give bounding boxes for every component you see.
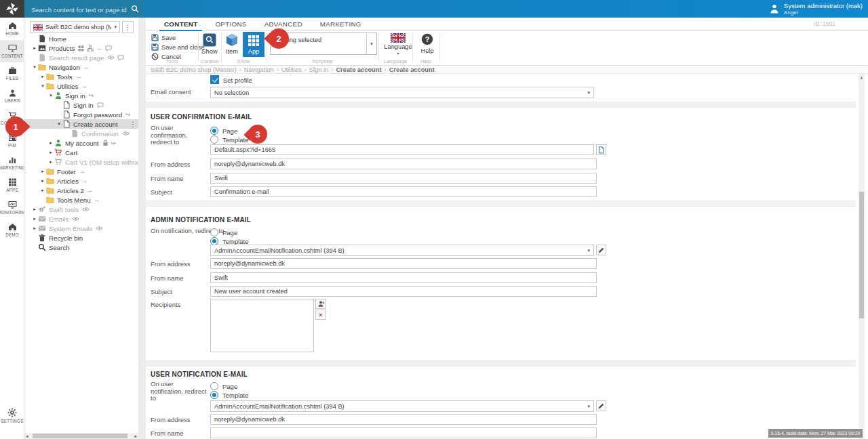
tree-item-cart-v1-old-setup-without-shipmondo[interactable]: ▸Cart V1 (Old setup without Shipmondo)×	[24, 157, 138, 167]
expand-closed-icon[interactable]: ▸	[47, 140, 54, 146]
tree-item-confirmation[interactable]: Confirmation	[24, 129, 138, 138]
tree-item-tools[interactable]: ▸Tools↔	[24, 72, 138, 81]
an-radio-page[interactable]	[210, 228, 218, 236]
expand-closed-icon[interactable]: ▸	[31, 45, 38, 51]
tree-item-cart[interactable]: ▸Cart	[24, 148, 138, 157]
sidebar-item-content[interactable]: CONTENT	[0, 40, 24, 62]
tree-item-search[interactable]: Search	[24, 243, 138, 252]
search-input[interactable]	[30, 3, 134, 16]
uc-page-picker-button[interactable]	[596, 144, 606, 155]
site-selector[interactable]: Swift B2C demo shop (Master) ▾	[30, 21, 120, 33]
an-from-name-input[interactable]	[210, 272, 597, 283]
sidebar-item-files[interactable]: FILES	[0, 62, 24, 85]
uc-radio-page[interactable]	[210, 127, 218, 135]
tree-item-create-account[interactable]: ▾Create account⋮	[24, 119, 138, 129]
un-from-address-input[interactable]	[210, 414, 597, 425]
sidebar-item-home[interactable]: HOME	[0, 18, 24, 40]
tab-advanced[interactable]: ADVANCED	[256, 18, 311, 31]
user-menu[interactable]: System administrator (mak) Angel	[769, 2, 863, 16]
tree-item-sign-in[interactable]: Sign in	[24, 100, 138, 110]
tree-item-footer[interactable]: ▸Footer↔	[24, 167, 138, 176]
expand-closed-icon[interactable]: ▸	[31, 216, 38, 222]
an-add-recipient-button[interactable]	[315, 299, 326, 309]
tab-options[interactable]: OPTIONS	[206, 18, 255, 31]
sidebar-item-demo[interactable]: DEMO	[0, 219, 24, 241]
sidebar-item-monitoring[interactable]: MONITORING	[0, 196, 24, 219]
tree-item-articles[interactable]: ▸Articles↔	[24, 176, 138, 186]
tree-item-recycle-bin[interactable]: Recycle bin	[24, 233, 138, 243]
un-radio-page[interactable]	[210, 382, 218, 390]
tree-item-tools-menu[interactable]: Tools Menu↔	[24, 195, 138, 205]
tree-item-sign-in[interactable]: ▾Sign in↪	[24, 91, 138, 100]
chevron-down-icon[interactable]: ▾	[366, 33, 376, 54]
sidebar-item-settings[interactable]: SETTINGS	[0, 404, 24, 427]
expand-open-icon[interactable]: ▾	[47, 93, 54, 98]
un-template-edit-button[interactable]	[596, 400, 606, 411]
tree-item-system-emails[interactable]: ▸System Emails	[24, 224, 138, 233]
sidebar-item-users[interactable]: USERS	[0, 85, 24, 107]
tree-item-navigation[interactable]: ▾Navigation↔	[24, 62, 138, 72]
breadcrumb-segment[interactable]: Utilities	[281, 66, 302, 73]
tree-item-my-account[interactable]: ▸My account↪	[24, 138, 138, 148]
an-recipients-listbox[interactable]	[210, 299, 314, 352]
an-template-select[interactable]: AdminAccountEmailNotification.cshtml (39…	[210, 245, 594, 256]
expand-closed-icon[interactable]: ▸	[31, 226, 38, 231]
scrollbar-thumb[interactable]	[33, 434, 127, 438]
save-button[interactable]: Save	[151, 34, 205, 41]
scroll-right-icon[interactable]: ▸	[134, 433, 137, 439]
expand-open-icon[interactable]: ▾	[31, 64, 38, 70]
breadcrumb-segment[interactable]: Swift B2C demo shop (Master)	[151, 66, 237, 73]
uc-page-input[interactable]	[210, 144, 594, 155]
tree-item-search-result-page[interactable]: Search result page	[24, 53, 138, 62]
expand-open-icon[interactable]: ▾	[39, 83, 46, 89]
tree-horizontal-scrollbar[interactable]: ◂ ▸	[24, 433, 138, 439]
breadcrumb-segment[interactable]: Create account	[336, 66, 381, 73]
scroll-left-icon[interactable]: ◂	[26, 433, 28, 439]
language-button[interactable]: Language ▾	[383, 33, 413, 56]
expand-closed-icon[interactable]: ▸	[47, 150, 54, 155]
tree-item-emails[interactable]: ▸Emails	[24, 214, 138, 224]
tree-item-products[interactable]: ▸Products↔	[24, 43, 138, 53]
sidebar-item-apps[interactable]: APPS	[0, 174, 24, 196]
tree-item-articles-2[interactable]: ▸Articles 2↔	[24, 186, 138, 195]
app-button[interactable]: App	[243, 32, 264, 57]
expand-closed-icon[interactable]: ▸	[39, 178, 46, 184]
un-from-name-input[interactable]	[210, 427, 597, 438]
breadcrumb-segment[interactable]: Sign in	[309, 66, 328, 73]
tree-item-home[interactable]: Home	[24, 34, 138, 43]
uc-from-name-input[interactable]	[210, 173, 597, 184]
sidebar-item-marketing[interactable]: MARKETING	[0, 152, 24, 174]
scroll-up-icon[interactable]: ▴	[859, 75, 865, 80]
tree-item-utilities[interactable]: ▾Utilities↔	[24, 81, 138, 91]
item-button[interactable]: Item	[222, 33, 242, 55]
breadcrumb-segment[interactable]: Create account	[389, 66, 435, 73]
an-subject-input[interactable]	[210, 286, 597, 297]
show-button[interactable]: Show	[199, 33, 220, 55]
an-remove-recipient-button[interactable]: ×	[315, 310, 326, 320]
breadcrumb-segment[interactable]: Navigation	[244, 66, 274, 73]
kebab-icon[interactable]: ⋮	[130, 121, 136, 128]
site-options-button[interactable]: ⋮	[122, 21, 134, 33]
un-radio-template[interactable]	[210, 391, 218, 399]
dynamicweb-logo[interactable]	[0, 0, 24, 18]
expand-open-icon[interactable]: ▾	[56, 121, 62, 127]
scrollbar-thumb[interactable]	[859, 192, 864, 318]
tab-content[interactable]: CONTENT	[155, 18, 206, 31]
tree-item-swift-tools[interactable]: ▸Swift tools	[24, 205, 138, 214]
help-button[interactable]: ? Help	[416, 33, 439, 54]
an-from-address-input[interactable]	[210, 258, 597, 269]
save-and-close-button[interactable]: Save and close	[151, 43, 205, 51]
set-profile-checkbox[interactable]	[210, 75, 219, 84]
uc-from-address-input[interactable]	[210, 159, 597, 169]
un-template-select[interactable]: AdminAccountEmailNotification.cshtml (39…	[210, 400, 594, 412]
expand-closed-icon[interactable]: ▸	[31, 207, 38, 212]
tree-item-forgot-password[interactable]: Forgot password↪	[24, 110, 138, 119]
uc-subject-input[interactable]	[210, 186, 597, 197]
email-consent-select[interactable]: No selection ▾	[210, 87, 594, 98]
uc-radio-template[interactable]	[210, 135, 218, 144]
tab-marketing[interactable]: MARKETING	[311, 18, 370, 31]
content-vertical-scrollbar[interactable]: ▴ ▾	[859, 74, 865, 439]
an-template-edit-button[interactable]	[596, 245, 606, 255]
expand-closed-icon[interactable]: ▸	[39, 74, 46, 79]
expand-closed-icon[interactable]: ▸	[39, 169, 46, 174]
